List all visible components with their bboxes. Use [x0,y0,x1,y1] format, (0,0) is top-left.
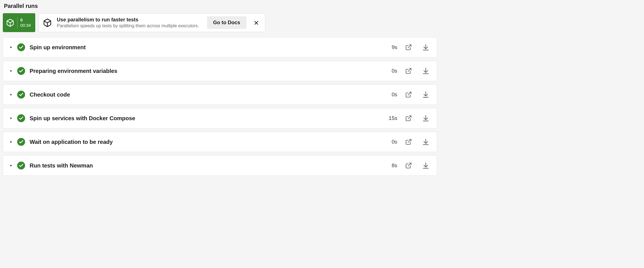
step-duration: 9s [392,44,397,50]
external-link-icon [405,162,412,169]
svg-marker-12 [10,94,12,96]
step-row[interactable]: Spin up environment9s [3,37,437,57]
expand-chevron-icon[interactable] [9,140,13,144]
svg-line-25 [408,163,411,166]
external-link-icon [405,139,412,145]
step-title: Checkout code [30,91,387,98]
header-row: 0 00:34 Use parallelism to run faster te… [3,13,437,32]
step-duration: 8s [392,162,397,169]
close-icon [253,20,259,26]
download-button[interactable] [421,90,431,99]
svg-marker-16 [10,117,12,119]
success-check-icon [17,162,25,169]
go-to-docs-button[interactable]: Go to Docs [207,16,246,29]
expand-chevron-icon[interactable] [9,164,13,167]
tip-text: Use parallelism to run faster tests Para… [57,17,199,28]
step-duration: 0s [392,68,397,74]
download-icon [422,162,429,169]
step-row[interactable]: Run tests with Newman8s [3,155,437,176]
tip-title: Use parallelism to run faster tests [57,17,199,23]
step-duration: 15s [389,115,397,121]
step-duration: 0s [392,139,397,145]
open-external-button[interactable] [404,66,413,75]
external-link-icon [405,44,412,51]
expand-chevron-icon[interactable] [9,46,13,49]
step-title: Wait on application to be ready [30,139,387,145]
step-title: Preparing environment variables [30,68,387,74]
run-index: 0 [20,18,31,23]
svg-marker-8 [10,70,12,72]
download-button[interactable] [421,113,431,123]
run-badge[interactable]: 0 00:34 [3,13,35,32]
open-external-button[interactable] [404,114,413,123]
download-icon [422,138,429,146]
steps-list: Spin up environment9sPreparing environme… [3,37,437,176]
success-check-icon [17,67,25,75]
step-title: Spin up environment [30,44,387,51]
expand-chevron-icon[interactable] [9,93,13,96]
svg-marker-20 [10,141,12,143]
svg-line-9 [408,68,411,72]
box-icon [43,18,52,27]
success-check-icon [17,91,25,99]
svg-line-21 [408,139,411,142]
open-external-button[interactable] [404,137,413,146]
external-link-icon [405,91,412,98]
open-external-button[interactable] [404,43,413,52]
run-time: 00:34 [20,23,31,28]
download-icon [422,44,429,51]
svg-line-17 [408,116,411,119]
svg-marker-4 [10,46,12,48]
expand-chevron-icon[interactable] [9,117,13,120]
download-button[interactable] [421,161,431,170]
external-link-icon [405,68,412,74]
separator [17,17,17,28]
step-title: Run tests with Newman [30,162,387,169]
svg-marker-24 [10,165,12,167]
tip-card: Use parallelism to run faster tests Para… [39,13,265,32]
download-icon [422,67,429,75]
close-tip-button[interactable] [252,18,261,28]
download-icon [422,115,429,122]
open-external-button[interactable] [404,161,413,170]
expand-chevron-icon[interactable] [9,69,13,73]
box-icon [6,19,14,27]
step-row[interactable]: Spin up services with Docker Compose15s [3,108,437,128]
success-check-icon [17,138,25,146]
svg-line-13 [408,92,411,95]
success-check-icon [17,114,25,122]
external-link-icon [405,115,412,122]
step-row[interactable]: Checkout code0s [3,84,437,105]
download-button[interactable] [421,137,431,147]
download-button[interactable] [421,43,431,52]
success-check-icon [17,43,25,51]
open-external-button[interactable] [404,90,413,99]
step-title: Spin up services with Docker Compose [30,115,384,122]
svg-line-5 [408,45,411,48]
tip-subtitle: Parallelism speeds up tests by splitting… [57,23,199,28]
step-duration: 0s [392,91,397,98]
section-title: Parallel runs [4,3,437,9]
step-row[interactable]: Wait on application to be ready0s [3,132,437,152]
download-icon [422,91,429,98]
step-row[interactable]: Preparing environment variables0s [3,61,437,81]
download-button[interactable] [421,66,431,76]
run-stats: 0 00:34 [20,18,31,28]
